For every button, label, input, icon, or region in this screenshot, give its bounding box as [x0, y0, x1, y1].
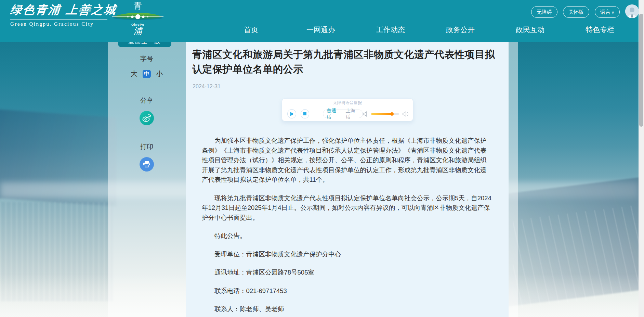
print-label: 打印 [108, 142, 186, 151]
article-body: 为加强本区非物质文化遗产保护工作，强化保护单位主体责任，根据《上海市非物质文化遗… [202, 136, 492, 317]
volume-fill [371, 113, 392, 115]
font-size-label: 字号 [108, 54, 186, 63]
language-option-mandarin[interactable]: 普通话 [327, 108, 340, 120]
care-version-button[interactable]: 关怀版 [563, 6, 589, 18]
article-tools-sidebar: 字号 大 中 小 分享 打印 [108, 42, 186, 172]
site-logo[interactable]: 青 QingPu 浦 [112, 1, 163, 36]
nav-item-home[interactable]: 首页 [216, 25, 286, 35]
nav-item-work-news[interactable]: 工作动态 [356, 25, 425, 35]
article-date: 2024-12-31 [193, 84, 221, 90]
main-nav: 首页 一网通办 工作动态 政务公开 政民互动 特色专栏 [216, 25, 635, 35]
site-slogan: 绿色青浦 上善之城 Green Qingpu, Gracious City [10, 2, 113, 27]
article-paragraph: 受理单位：青浦区非物质文化遗产保护分中心 [202, 250, 492, 259]
logo-char-pu: 浦 [134, 26, 142, 36]
scrollbar-thumb[interactable] [639, 14, 643, 127]
weibo-icon [142, 114, 151, 122]
stop-icon [303, 112, 306, 115]
logo-char-qing: 青 [134, 1, 142, 11]
stop-button[interactable] [301, 109, 310, 118]
article-paragraph: 为加强本区非物质文化遗产保护工作，强化保护单位主体责任，根据《上海市非物质文化遗… [202, 136, 492, 185]
volume-thumb[interactable] [390, 112, 394, 116]
share-label: 分享 [108, 96, 186, 105]
slogan-chinese: 绿色青浦 上善之城 [10, 2, 114, 18]
article-paragraph: 联系人：陈老师、吴老师 [202, 304, 492, 314]
nav-item-public-interaction[interactable]: 政民互动 [495, 25, 565, 35]
audio-player: 无障碍语音播报 普通话 上海话 [282, 99, 413, 121]
audio-player-controls: 普通话 上海话 [282, 107, 413, 121]
play-button[interactable] [287, 109, 296, 118]
share-weibo-button[interactable] [140, 111, 154, 125]
nav-item-special-columns[interactable]: 特色专栏 [565, 25, 635, 35]
article-paragraph: 通讯地址：青浦区公园路78号505室 [202, 268, 492, 278]
title-divider [192, 126, 502, 126]
font-size-small[interactable]: 小 [156, 69, 163, 78]
font-size-large[interactable]: 大 [131, 69, 137, 78]
article-title: 青浦区文化和旅游局关于第九批青浦区非物质文化遗产代表性项目拟认定保护单位名单的公… [192, 47, 502, 77]
language-option-shanghainese[interactable]: 上海话 [346, 108, 359, 120]
audio-player-title: 无障碍语音播报 [282, 99, 413, 107]
article-paragraph: 特此公告。 [202, 231, 492, 241]
user-avatar[interactable] [625, 4, 639, 18]
font-size-options: 大 中 小 [108, 69, 186, 78]
font-size-medium[interactable]: 中 [143, 70, 151, 78]
person-icon [625, 4, 639, 18]
speaker-low-icon [363, 111, 368, 117]
language-toggle[interactable]: 普通话 上海话 [323, 110, 363, 118]
site-header: 绿色青浦 上善之城 Green Qingpu, Gracious City 青 [0, 0, 639, 42]
page-root: 青浦区文化和旅游局关于第九批青浦区非物质文化遗产代表性项目拟认定保护单位名单的公… [0, 0, 644, 317]
play-icon [290, 112, 294, 116]
volume-control [363, 111, 409, 117]
print-button[interactable] [140, 157, 154, 172]
language-menu-button[interactable]: 语言∨ [595, 6, 620, 18]
accessibility-button[interactable]: 无障碍 [531, 6, 557, 18]
printer-icon [143, 161, 150, 168]
nav-item-one-stop-services[interactable]: 一网通办 [286, 25, 356, 35]
volume-slider[interactable] [371, 113, 399, 115]
chevron-down-icon: ∨ [612, 10, 614, 14]
slogan-english: Green Qingpu, Gracious City [10, 19, 107, 27]
scrollbar-track[interactable] [639, 0, 644, 317]
nav-item-government-affairs[interactable]: 政务公开 [425, 25, 495, 35]
article-paragraph: 现将第九批青浦区非物质文化遗产代表性项目拟认定保护单位名单向社会公示，公示期5天… [202, 193, 492, 223]
speaker-high-icon [403, 111, 409, 117]
logo-island-icon [112, 11, 163, 23]
article-paragraph: 联系电话：021-69717453 [202, 286, 492, 296]
article-panel: 青浦区文化和旅游局关于第九批青浦区非物质文化遗产代表性项目拟认定保护单位名单的公… [186, 42, 509, 317]
quick-links: 无障碍 关怀版 语言∨ [526, 6, 639, 18]
language-toggle-divider [343, 112, 343, 116]
